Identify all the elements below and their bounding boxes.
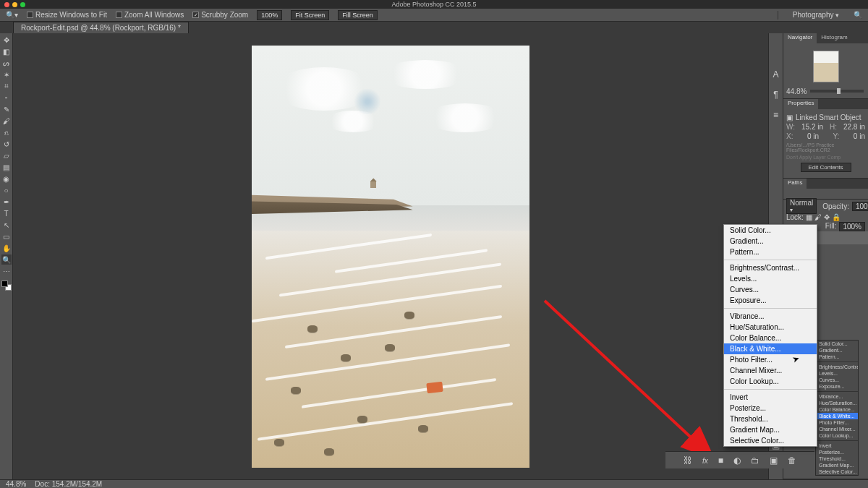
adj-levels[interactable]: Levels... — [724, 273, 817, 284]
lock-transparent-icon[interactable]: ▦ — [806, 213, 812, 221]
canvas-area[interactable]: annotation arrow pointing from canvas to… — [13, 33, 768, 479]
adj-channel-mixer[interactable]: Channel Mixer... — [724, 365, 817, 376]
tool-type[interactable]: T — [1, 208, 12, 218]
lock-pixels-icon[interactable]: 🖌 — [814, 213, 822, 221]
new-adjustment-layer-icon[interactable]: ◐ — [733, 455, 741, 466]
adj-posterize[interactable]: Posterize... — [724, 403, 817, 414]
status-doc-size[interactable]: Doc: 154.2M/154.2M — [35, 480, 102, 488]
adj-gradient[interactable]: Gradient... — [724, 236, 817, 247]
status-zoom[interactable]: 44.8% — [6, 480, 26, 488]
adj-brightness-contrast[interactable]: Brightness/Contrast... — [724, 262, 817, 273]
tool-preset-icon[interactable]: 🔍▾ — [6, 11, 18, 19]
tool-history-brush[interactable]: ↺ — [1, 139, 12, 149]
adj2-item[interactable]: Hue/Saturation... — [816, 400, 858, 406]
tool-edit-toolbar[interactable]: ⋯ — [1, 266, 12, 276]
adj-curves[interactable]: Curves... — [724, 284, 817, 295]
tool-pen[interactable]: ✒ — [1, 197, 12, 207]
zoom-100-button[interactable]: 100% — [257, 10, 282, 20]
tool-rectangle[interactable]: ▭ — [1, 231, 12, 241]
adj2-item[interactable]: Color Balance... — [816, 406, 858, 413]
navigator-thumbnail[interactable] — [813, 51, 839, 82]
adj-vibrance[interactable]: Vibrance... — [724, 311, 817, 322]
adj-black-white[interactable]: Black & White... — [724, 343, 817, 354]
adj2-item[interactable]: Curves... — [816, 377, 858, 383]
tab-navigator[interactable]: Navigator — [783, 33, 817, 43]
tool-quick-select[interactable]: ✶ — [1, 69, 12, 80]
adj2-item[interactable]: Brightness/Contrast... — [816, 364, 858, 370]
adj2-item[interactable]: Black & White... — [816, 413, 858, 419]
tab-paths[interactable]: Paths — [783, 179, 807, 189]
adj2-item[interactable]: Color Lookup... — [816, 432, 858, 439]
adj2-item[interactable]: Selective Color... — [816, 468, 858, 475]
adj-solid-color[interactable]: Solid Color... — [724, 225, 817, 236]
layer-fx-icon[interactable]: fx — [702, 455, 708, 466]
adj2-item[interactable]: Channel Mixer... — [816, 426, 858, 432]
tool-zoom[interactable]: 🔍 — [1, 254, 12, 265]
adj2-item[interactable]: Levels... — [816, 370, 858, 377]
lock-all-icon[interactable]: 🔒 — [832, 213, 841, 221]
tab-histogram[interactable]: Histogram — [817, 33, 851, 43]
adj2-item[interactable]: Vibrance... — [816, 393, 858, 400]
opacity-field[interactable]: 100% — [852, 202, 868, 211]
adj2-item[interactable]: Posterize... — [816, 449, 858, 455]
tool-crop[interactable]: ⌗ — [1, 81, 12, 91]
paragraph-panel-icon[interactable]: ≡ — [773, 110, 778, 120]
new-layer-icon[interactable]: ▣ — [770, 455, 778, 466]
prop-x[interactable]: 0 in — [807, 132, 819, 140]
lock-position-icon[interactable]: ✥ — [824, 213, 830, 221]
character-panel-icon[interactable]: ¶ — [773, 90, 778, 100]
tool-move[interactable]: ✥ — [1, 35, 12, 45]
prop-height[interactable]: 22.8 in — [843, 123, 865, 131]
tool-blur[interactable]: ◉ — [1, 174, 12, 184]
scrubby-zoom-checkbox[interactable]: ✓Scrubby Zoom — [192, 11, 248, 19]
document-canvas[interactable] — [252, 46, 529, 468]
tool-marquee[interactable]: ◧ — [1, 46, 12, 56]
search-icon[interactable]: 🔍 — [854, 11, 862, 19]
adj2-item[interactable]: Solid Color... — [816, 341, 858, 347]
prop-width[interactable]: 15.2 in — [801, 123, 823, 131]
tool-hand[interactable]: ✋ — [1, 243, 12, 253]
navigator-zoom-slider[interactable] — [810, 90, 864, 93]
type-panel-icon[interactable]: A — [773, 69, 778, 80]
adj-exposure[interactable]: Exposure... — [724, 295, 817, 306]
adj-invert[interactable]: Invert — [724, 392, 817, 403]
tool-spot-heal[interactable]: ✎ — [1, 104, 12, 114]
adj-photo-filter[interactable]: Photo Filter... — [724, 354, 817, 365]
tab-properties[interactable]: Properties — [783, 99, 818, 109]
blend-mode-select[interactable]: Normal ▾ — [786, 198, 817, 214]
new-group-icon[interactable]: 🗀 — [751, 455, 760, 466]
adj2-item[interactable]: Photo Filter... — [816, 419, 858, 426]
layer-mask-icon[interactable]: ■ — [718, 455, 723, 466]
document-tab[interactable]: Rockport-Edit.psd @ 44.8% (Rockport, RGB… — [13, 22, 189, 33]
tool-brush[interactable]: 🖌 — [1, 116, 12, 126]
delete-layer-icon[interactable]: 🗑 — [788, 455, 796, 466]
adj2-item[interactable]: Gradient Map... — [816, 462, 858, 468]
tool-clone[interactable]: ⎌ — [1, 127, 12, 137]
adj2-item[interactable]: Gradient... — [816, 347, 858, 354]
tool-eraser[interactable]: ▱ — [1, 150, 12, 160]
link-layers-icon[interactable]: ⛓ — [684, 455, 692, 466]
adj2-item[interactable]: Threshold... — [816, 455, 858, 462]
adj2-item[interactable]: Invert — [816, 442, 858, 449]
adj-gradient-map[interactable]: Gradient Map... — [724, 424, 817, 435]
adj2-item[interactable]: Exposure... — [816, 383, 858, 390]
zoom-all-checkbox[interactable]: Zoom All Windows — [116, 11, 184, 19]
adj-color-lookup[interactable]: Color Lookup... — [724, 376, 817, 387]
tool-lasso[interactable]: ᔕ — [1, 58, 12, 68]
fill-field[interactable]: 100% — [839, 222, 865, 231]
edit-contents-button[interactable]: Edit Contents — [801, 163, 851, 172]
adj-selective-color[interactable]: Selective Color... — [724, 435, 817, 446]
adj-threshold[interactable]: Threshold... — [724, 414, 817, 424]
tool-eyedropper[interactable]: ⁃ — [1, 93, 12, 103]
workspace-switcher[interactable]: Photography ▾ — [787, 11, 845, 19]
foreground-background-swatch[interactable] — [1, 281, 12, 291]
adj-color-balance[interactable]: Color Balance... — [724, 333, 817, 343]
fill-screen-button[interactable]: Fill Screen — [338, 10, 378, 20]
tool-gradient[interactable]: ▤ — [1, 162, 12, 172]
prop-y[interactable]: 0 in — [854, 132, 865, 140]
fit-screen-button[interactable]: Fit Screen — [291, 10, 329, 20]
tool-path-select[interactable]: ↖ — [1, 220, 12, 230]
adj-pattern[interactable]: Pattern... — [724, 247, 817, 257]
adj2-item[interactable]: Pattern... — [816, 354, 858, 360]
adj-hue-saturation[interactable]: Hue/Saturation... — [724, 322, 817, 333]
